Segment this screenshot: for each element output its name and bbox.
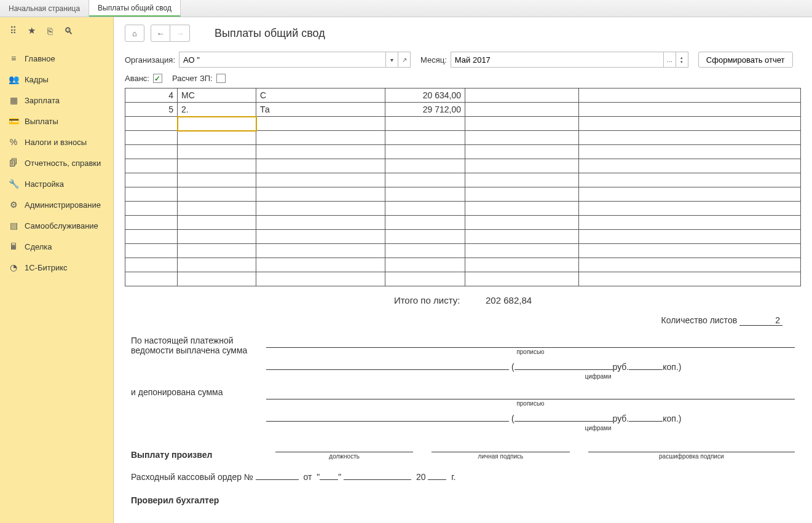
table-row[interactable]: 4МСС20 634,00 <box>125 88 801 103</box>
table-row[interactable] <box>125 244 801 258</box>
cell-num[interactable] <box>125 131 178 145</box>
cell-blank[interactable] <box>579 202 801 216</box>
cell-name[interactable] <box>256 145 385 159</box>
ellipsis-icon[interactable]: … <box>663 52 676 67</box>
sidebar-item-4[interactable]: %Налоги и взносы <box>0 132 113 152</box>
cell-code[interactable]: МС <box>178 88 256 103</box>
cell-code[interactable] <box>178 145 256 159</box>
table-row[interactable] <box>125 145 801 159</box>
cell-amount[interactable] <box>385 258 465 272</box>
cell-name[interactable] <box>256 117 385 131</box>
table-row[interactable] <box>125 258 801 272</box>
open-icon[interactable]: ↗ <box>398 52 410 67</box>
cell-blank[interactable] <box>465 145 579 159</box>
cell-amount[interactable] <box>385 272 465 286</box>
cell-blank[interactable] <box>465 202 579 216</box>
cell-code[interactable] <box>178 159 256 173</box>
cell-num[interactable]: 4 <box>125 88 178 103</box>
cell-amount[interactable] <box>385 230 465 244</box>
cell-code[interactable] <box>178 117 256 131</box>
apps-icon[interactable]: ⠿ <box>4 22 22 39</box>
cell-amount[interactable] <box>385 159 465 173</box>
cell-blank[interactable] <box>465 88 579 103</box>
cell-blank[interactable] <box>465 159 579 173</box>
cell-num[interactable] <box>125 159 178 173</box>
month-input[interactable] <box>451 52 663 67</box>
cell-num[interactable] <box>125 272 178 286</box>
cell-blank[interactable] <box>579 103 801 117</box>
table-row[interactable] <box>125 117 801 131</box>
search-icon[interactable]: 🔍︎ <box>59 22 77 39</box>
cell-name[interactable] <box>256 159 385 173</box>
cell-code[interactable] <box>178 244 256 258</box>
cell-amount[interactable] <box>385 244 465 258</box>
cell-num[interactable]: 5 <box>125 103 178 117</box>
cell-num[interactable] <box>125 216 178 230</box>
cell-amount[interactable]: 20 634,00 <box>385 88 465 103</box>
cell-num[interactable] <box>125 202 178 216</box>
table-row[interactable] <box>125 230 801 244</box>
cell-blank[interactable] <box>579 159 801 173</box>
cell-num[interactable] <box>125 230 178 244</box>
cell-name[interactable] <box>256 258 385 272</box>
cell-name[interactable]: С <box>256 88 385 103</box>
cell-blank[interactable] <box>579 230 801 244</box>
org-combo[interactable]: ▾ ↗ <box>179 52 411 68</box>
cell-num[interactable] <box>125 187 178 202</box>
cell-code[interactable] <box>178 258 256 272</box>
table-row[interactable] <box>125 159 801 173</box>
cell-name[interactable]: Та <box>256 103 385 117</box>
sidebar-item-9[interactable]: 🖩Сделка <box>0 236 113 257</box>
cell-blank[interactable] <box>579 117 801 131</box>
cell-blank[interactable] <box>579 216 801 230</box>
cell-blank[interactable] <box>579 173 801 187</box>
cell-name[interactable] <box>256 244 385 258</box>
cell-code[interactable]: 2. <box>178 103 256 117</box>
cell-blank[interactable] <box>465 131 579 145</box>
sidebar-item-7[interactable]: ⚙Администрирование <box>0 194 113 215</box>
report-table[interactable]: 4МСС20 634,0052.Та29 712,00 <box>125 88 801 286</box>
cell-code[interactable] <box>178 230 256 244</box>
dropdown-icon[interactable]: ▾ <box>385 52 398 67</box>
cell-blank[interactable] <box>465 187 579 202</box>
cell-name[interactable] <box>256 131 385 145</box>
cell-code[interactable] <box>178 173 256 187</box>
cell-amount[interactable] <box>385 202 465 216</box>
cell-name[interactable] <box>256 173 385 187</box>
table-row[interactable]: 52.Та29 712,00 <box>125 103 801 117</box>
cell-amount[interactable] <box>385 173 465 187</box>
cell-name[interactable] <box>256 272 385 286</box>
cell-code[interactable] <box>178 202 256 216</box>
cell-name[interactable] <box>256 216 385 230</box>
sidebar-item-1[interactable]: 👥Кадры <box>0 69 113 90</box>
cell-blank[interactable] <box>579 272 801 286</box>
cell-name[interactable] <box>256 230 385 244</box>
sidebar-item-6[interactable]: 🔧Настройка <box>0 173 113 194</box>
cell-blank[interactable] <box>465 103 579 117</box>
table-row[interactable] <box>125 173 801 187</box>
table-row[interactable] <box>125 202 801 216</box>
cell-code[interactable] <box>178 187 256 202</box>
spinner-icon[interactable]: ▴▾ <box>676 52 688 67</box>
cell-name[interactable] <box>256 187 385 202</box>
sidebar-item-10[interactable]: ◔1С-Битрикс <box>0 257 113 278</box>
sidebar-item-3[interactable]: 💳Выплаты <box>0 111 113 132</box>
cell-blank[interactable] <box>465 216 579 230</box>
star-icon[interactable]: ★ <box>22 22 41 39</box>
cell-blank[interactable] <box>465 117 579 131</box>
cell-amount[interactable] <box>385 145 465 159</box>
table-row[interactable] <box>125 187 801 202</box>
cell-blank[interactable] <box>579 88 801 103</box>
clipboard-icon[interactable]: ⎘ <box>41 22 59 39</box>
cell-num[interactable] <box>125 117 178 131</box>
cell-code[interactable] <box>178 272 256 286</box>
cell-amount[interactable] <box>385 117 465 131</box>
cell-blank[interactable] <box>579 187 801 202</box>
cell-blank[interactable] <box>579 131 801 145</box>
sidebar-item-5[interactable]: 🗐Отчетность, справки <box>0 152 113 173</box>
cell-name[interactable] <box>256 202 385 216</box>
cell-num[interactable] <box>125 244 178 258</box>
calc-checkbox[interactable] <box>216 74 226 83</box>
cell-blank[interactable] <box>579 244 801 258</box>
sidebar-item-0[interactable]: ≡Главное <box>0 48 113 69</box>
